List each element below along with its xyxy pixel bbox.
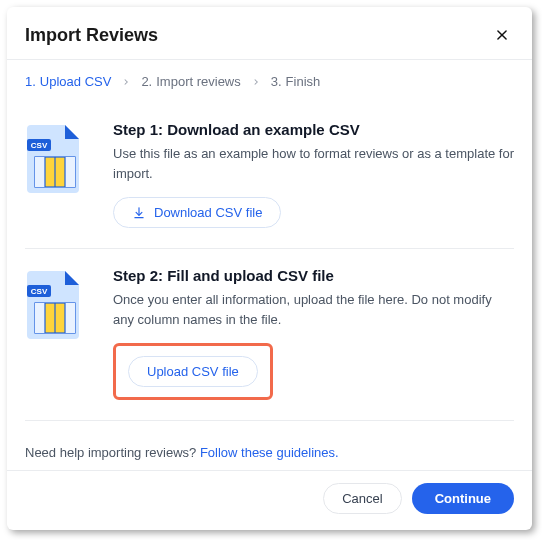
import-reviews-modal: Import Reviews 1.Upload CSV 2.Import rev… <box>7 7 532 530</box>
stepper-step-1[interactable]: 1.Upload CSV <box>25 74 111 89</box>
help-guidelines-link[interactable]: Follow these guidelines. <box>200 445 339 460</box>
download-icon <box>132 206 146 220</box>
section-upload-csv: CSV Step 2: Fill and upload CSV file Onc… <box>25 249 514 420</box>
section2-desc: Once you enter all information, upload t… <box>113 290 514 329</box>
stepper: 1.Upload CSV 2.Import reviews 3.Finish <box>7 60 532 103</box>
stepper-step-2[interactable]: 2.Import reviews <box>141 74 240 89</box>
svg-rect-15 <box>35 303 45 333</box>
modal-footer: Cancel Continue <box>7 471 532 530</box>
section2-title: Step 2: Fill and upload CSV file <box>113 267 514 284</box>
csv-file-icon: CSV <box>25 121 91 228</box>
svg-text:CSV: CSV <box>31 287 48 296</box>
cancel-button[interactable]: Cancel <box>323 483 401 514</box>
close-icon <box>495 28 509 42</box>
svg-text:CSV: CSV <box>31 141 48 150</box>
svg-rect-7 <box>65 157 75 187</box>
svg-rect-6 <box>35 157 45 187</box>
section1-title: Step 1: Download an example CSV <box>113 121 514 138</box>
download-csv-button[interactable]: Download CSV file <box>113 197 281 228</box>
upload-csv-label: Upload CSV file <box>147 364 239 379</box>
modal-title: Import Reviews <box>25 25 158 46</box>
download-csv-label: Download CSV file <box>154 205 262 220</box>
close-button[interactable] <box>490 23 514 47</box>
chevron-right-icon <box>251 77 261 87</box>
section1-desc: Use this file as an example how to forma… <box>113 144 514 183</box>
upload-csv-button[interactable]: Upload CSV file <box>128 356 258 387</box>
stepper-step-3[interactable]: 3.Finish <box>271 74 321 89</box>
chevron-right-icon <box>121 77 131 87</box>
svg-rect-16 <box>65 303 75 333</box>
modal-header: Import Reviews <box>7 7 532 59</box>
continue-button[interactable]: Continue <box>412 483 514 514</box>
csv-file-icon: CSV <box>25 267 91 400</box>
upload-highlight: Upload CSV file <box>113 343 273 400</box>
help-text: Need help importing reviews? Follow thes… <box>7 431 532 470</box>
divider <box>25 420 514 421</box>
section-download-example: CSV Step 1: Download an example CSV Use … <box>25 103 514 248</box>
